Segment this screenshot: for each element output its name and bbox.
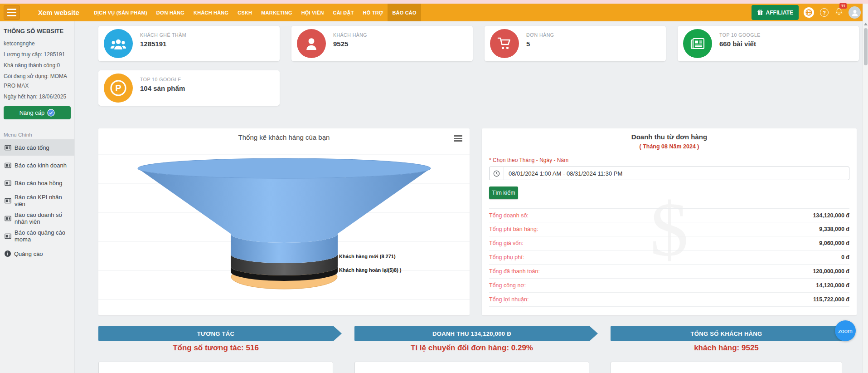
user-icon bbox=[297, 29, 326, 58]
cart-icon bbox=[490, 29, 519, 58]
nav-item-hoi-vien[interactable]: HỘI VIÊN bbox=[297, 4, 329, 21]
stat-card-label: KHÁCH GHÉ THĂM bbox=[140, 32, 186, 38]
row-value: 120,000,000 đ bbox=[813, 268, 849, 275]
scrollbar-up-arrow-icon[interactable] bbox=[864, 23, 868, 25]
date-range-input[interactable] bbox=[504, 170, 849, 177]
upgrade-button[interactable]: Nâng cấp bbox=[4, 106, 71, 119]
stat-card-label: TOP 10 GOOGLE bbox=[719, 32, 761, 38]
bottom-panel-interactions bbox=[98, 362, 333, 373]
nav-item-ho-tro[interactable]: HỖ TRỢ bbox=[359, 4, 388, 21]
newspaper-icon bbox=[683, 29, 712, 58]
bottom-panel-revenue bbox=[354, 362, 589, 373]
affiliate-label: AFFILIATE bbox=[766, 10, 793, 16]
sidebar-item-bao-cao-doanh-so-nhan-vien[interactable]: Báo cáo doanh số nhân viên bbox=[0, 210, 74, 226]
stat-card-label: KHÁCH HÀNG bbox=[333, 32, 367, 38]
current-plan: Gói đang sử dụng: MOMA PRO MAX bbox=[4, 72, 71, 91]
nav-item-don-hang[interactable]: ĐƠN HÀNG bbox=[152, 4, 189, 21]
report-icon bbox=[5, 198, 11, 204]
funnel-chart-title: Thống kê khách hàng của bạn bbox=[98, 133, 470, 141]
report-icon bbox=[5, 162, 11, 168]
report-icon bbox=[5, 145, 11, 151]
stat-card-label: TOP 10 GOOGLE bbox=[140, 77, 181, 82]
row-label: Tổng phụ phí: bbox=[489, 254, 524, 260]
nav-item-khach-hang[interactable]: KHÁCH HÀNG bbox=[189, 4, 233, 21]
nav-item-bao-cao[interactable]: BÁO CÁO bbox=[388, 4, 421, 21]
stat-card-value: 9525 bbox=[333, 40, 348, 48]
menu-section-title: Menu Chính bbox=[4, 132, 71, 137]
notifications-bell-icon[interactable]: 11 bbox=[834, 7, 844, 18]
visit-count: Lượng truy cập: 1285191 bbox=[4, 50, 71, 59]
caption-customers: khách hàng: 9525 bbox=[611, 344, 842, 353]
navbar-right: AFFILIATE ? 11 bbox=[752, 4, 861, 21]
clock-icon bbox=[490, 167, 504, 180]
top-strip bbox=[0, 0, 868, 4]
info-icon bbox=[5, 250, 11, 257]
website-stats-title: THÔNG SỐ WEBSITE bbox=[4, 28, 71, 34]
sidebar-item-quang-cao[interactable]: Quảng cáo bbox=[0, 245, 74, 262]
funnel-label-returning-customers: Khách hàng hoàn lại(5)8) ) bbox=[339, 267, 402, 273]
stat-card-orders[interactable]: ĐƠN HÀNG 5 bbox=[485, 26, 666, 61]
report-icon bbox=[5, 180, 11, 186]
row-value: 0 đ bbox=[841, 254, 849, 260]
dashboard-page: Xem website DỊCH VỤ (SẢN PHẨM) ĐƠN HÀNG … bbox=[0, 0, 868, 373]
table-row: Tổng lợi nhuận:115,722,000 đ bbox=[489, 293, 849, 307]
sidebar-item-bao-cao-quang-cao-moma[interactable]: Báo cáo quảng cáo moma bbox=[0, 228, 74, 244]
date-range-picker[interactable] bbox=[489, 167, 849, 180]
sidebar-item-bao-cao-hoa-hong[interactable]: Báo cáo hoa hồng bbox=[0, 175, 74, 191]
stat-card-value: 660 bài viết bbox=[719, 40, 756, 48]
row-label: Tổng phí bán hàng: bbox=[489, 226, 538, 232]
nav-item-cskh[interactable]: CSKH bbox=[233, 4, 257, 21]
hamburger-menu-icon[interactable] bbox=[4, 5, 20, 20]
scrollbar-thumb[interactable] bbox=[864, 28, 868, 65]
customer-funnel-panel: Thống kê khách hàng của bạn Khách hàng m… bbox=[98, 128, 470, 315]
notification-badge: 11 bbox=[839, 3, 847, 9]
page-scrollbar[interactable] bbox=[863, 4, 868, 373]
expiry-date: Ngày hết hạn: 18/06/2025 bbox=[4, 92, 71, 102]
banner-revenue: DOANH THU 134,120,000 Đ bbox=[354, 326, 589, 341]
sidebar-item-bao-cao-kpi[interactable]: Báo cáo KPI nhân viên bbox=[0, 192, 74, 209]
success-rate: Khả năng thành công:0 bbox=[4, 61, 71, 70]
sidebar: THÔNG SỐ WEBSITE ketcongnghe Lượng truy … bbox=[0, 21, 75, 373]
report-icon bbox=[5, 216, 11, 221]
site-name: ketcongnghe bbox=[4, 39, 71, 49]
search-button[interactable]: Tìm kiếm bbox=[489, 186, 518, 199]
chart-context-menu-icon[interactable] bbox=[454, 135, 462, 143]
revenue-summary-table: Tổng doanh số:134,120,000 đ Tổng phí bán… bbox=[489, 208, 849, 307]
funnel-label-new-customers: Khách hàng mới (8 271) bbox=[339, 254, 396, 259]
table-row: Tổng đã thanh toán:120,000,000 đ bbox=[489, 265, 849, 279]
row-value: 9,060,000 đ bbox=[819, 240, 849, 246]
table-row: Tổng doanh số:134,120,000 đ bbox=[489, 208, 849, 222]
row-label: Tổng doanh số: bbox=[489, 212, 529, 219]
zoom-button[interactable]: zoom bbox=[835, 320, 856, 341]
nav-item-marketing[interactable]: MARKETING bbox=[257, 4, 296, 21]
report-icon bbox=[5, 233, 11, 239]
banner-total-customers: TỔNG SỐ KHÁCH HÀNG bbox=[611, 326, 842, 341]
stat-card-visitors[interactable]: KHÁCH GHÉ THĂM 1285191 bbox=[98, 26, 280, 61]
gift-icon bbox=[757, 10, 763, 16]
sidebar-item-bao-cao-kinh-doanh[interactable]: Báo cáo kinh doanh bbox=[0, 157, 74, 173]
check-circle-icon bbox=[47, 109, 55, 117]
navbar-menu: DỊCH VỤ (SẢN PHẨM) ĐƠN HÀNG KHÁCH HÀNG C… bbox=[89, 4, 421, 21]
user-avatar[interactable] bbox=[849, 6, 861, 19]
table-row: Tổng giá vốn:9,060,000 đ bbox=[489, 236, 849, 250]
stat-card-customers[interactable]: KHÁCH HÀNG 9525 bbox=[291, 26, 473, 61]
row-value: 115,722,000 đ bbox=[813, 296, 849, 303]
language-globe-icon[interactable] bbox=[804, 7, 814, 18]
stat-card-top10-articles[interactable]: TOP 10 GOOGLE 660 bài viết bbox=[678, 26, 859, 61]
stat-card-top10-products[interactable]: P TOP 10 GOOGLE 104 sản phẩm bbox=[98, 70, 280, 106]
date-filter-label: * Chọn theo Tháng - Ngày - Năm bbox=[489, 157, 568, 163]
stat-card-value: 1285191 bbox=[140, 40, 166, 48]
nav-item-cai-dat[interactable]: CÀI ĐẶT bbox=[329, 4, 359, 21]
table-row: Tổng phụ phí:0 đ bbox=[489, 250, 849, 265]
sidebar-item-bao-cao-tong[interactable]: Báo cáo tổng bbox=[0, 139, 74, 156]
view-website-link[interactable]: Xem website bbox=[38, 9, 79, 16]
nav-item-dich-vu[interactable]: DỊCH VỤ (SẢN PHẨM) bbox=[89, 4, 152, 21]
row-label: Tổng đã thanh toán: bbox=[489, 268, 540, 275]
banner-interactions: TƯƠNG TÁC bbox=[98, 326, 333, 341]
affiliate-button[interactable]: AFFILIATE bbox=[752, 5, 799, 20]
table-row: Tổng phí bán hàng:9,338,000 đ bbox=[489, 222, 849, 236]
row-label: Tổng công nợ: bbox=[489, 282, 526, 289]
svg-text:P: P bbox=[115, 83, 121, 93]
help-icon[interactable]: ? bbox=[819, 7, 829, 18]
row-label: Tổng lợi nhuận: bbox=[489, 296, 529, 303]
